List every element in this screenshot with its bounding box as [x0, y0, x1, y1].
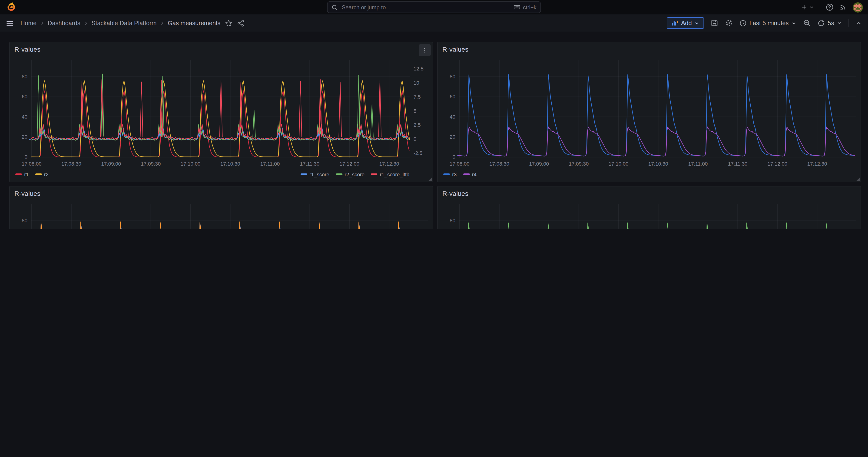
series-color-swatch [336, 174, 342, 175]
chevron-down-icon [809, 5, 814, 10]
breadcrumb: HomeDashboardsStackable Data PlatformGas… [21, 20, 220, 27]
legend-item-r4[interactable]: r4 [463, 172, 477, 177]
svg-text:-2.5: -2.5 [413, 150, 423, 156]
search-shortcut: ctrl+k [514, 4, 536, 11]
svg-text:20: 20 [450, 134, 455, 140]
legend-item-r2[interactable]: r2 [35, 172, 49, 177]
legend-item-r1[interactable]: r1 [16, 172, 29, 177]
dashboard-panel: R-values 17:08:0017:08:3017:09:0017:09:3… [9, 42, 433, 182]
legend-label: r2_score [344, 172, 365, 177]
legend: r3r4 [443, 172, 476, 177]
svg-text:80: 80 [22, 218, 27, 223]
panel-title: R-values [14, 190, 40, 197]
chevron-down-icon [837, 21, 842, 26]
svg-text:12.5: 12.5 [413, 66, 424, 72]
share-icon[interactable] [237, 19, 245, 27]
save-icon[interactable] [710, 19, 718, 27]
divider [820, 3, 820, 11]
dashboard-panel: R-values 17:08:0017:08:3017:09:0017:09:3… [9, 186, 433, 228]
svg-text:17:11:00: 17:11:00 [260, 161, 280, 167]
svg-text:5: 5 [413, 108, 416, 114]
chevron-down-icon [694, 21, 699, 26]
panel-title: R-values [442, 190, 468, 197]
clock-icon [739, 19, 747, 27]
svg-text:40: 40 [22, 114, 27, 120]
svg-text:60: 60 [450, 94, 455, 99]
refresh-icon [817, 19, 825, 27]
grafana-logo-icon[interactable] [6, 2, 16, 12]
chevron-right-icon [159, 20, 165, 26]
menu-icon[interactable] [6, 19, 14, 27]
svg-text:0: 0 [25, 154, 27, 160]
dashboard-panel: R-values 17:08:0017:08:3017:09:0017:09:3… [437, 186, 861, 228]
add-button[interactable]: Add [667, 17, 704, 29]
svg-text:0: 0 [413, 136, 416, 142]
help-icon[interactable] [826, 3, 834, 11]
gear-icon[interactable] [725, 19, 733, 27]
time-series-chart: 17:08:0017:08:3017:09:0017:09:3017:10:00… [438, 42, 861, 182]
breadcrumb-item[interactable]: Home [21, 20, 36, 27]
global-search[interactable]: ctrl+k [327, 1, 541, 13]
svg-text:17:09:30: 17:09:30 [569, 161, 589, 167]
star-icon[interactable] [225, 19, 232, 27]
divider [848, 19, 849, 27]
breadcrumb-item[interactable]: Stackable Data Platform [91, 20, 156, 27]
svg-text:17:12:00: 17:12:00 [339, 161, 360, 167]
avatar[interactable] [852, 2, 863, 12]
zoom-out-icon[interactable] [803, 19, 811, 27]
rss-icon[interactable] [839, 3, 847, 11]
dashboard-panel: R-values 17:08:0017:08:3017:09:0017:09:3… [437, 42, 861, 182]
panel-add-icon [671, 20, 679, 26]
time-series-chart: 17:08:0017:08:3017:09:0017:09:3017:10:00… [10, 186, 433, 228]
series-color-swatch [371, 174, 377, 175]
legend: r1_scorer2_scorer1_score_lttb [301, 172, 409, 177]
svg-text:17:12:00: 17:12:00 [768, 161, 787, 167]
search-icon [331, 4, 338, 10]
toolbar-actions: Add Last 5 minutes [667, 17, 862, 29]
legend-label: r1_score [309, 172, 330, 177]
svg-text:17:10:30: 17:10:30 [648, 161, 668, 167]
dashboard-toolbar: HomeDashboardsStackable Data PlatformGas… [0, 14, 868, 32]
svg-text:17:10:30: 17:10:30 [220, 161, 240, 167]
svg-text:17:09:30: 17:09:30 [141, 161, 161, 167]
resize-handle[interactable] [428, 178, 432, 181]
series-color-swatch [463, 174, 470, 175]
chevron-right-icon [83, 20, 89, 26]
svg-text:0: 0 [453, 154, 455, 160]
svg-text:40: 40 [450, 114, 455, 120]
resize-handle[interactable] [857, 178, 860, 181]
series-color-swatch [301, 174, 307, 175]
series-color-swatch [443, 174, 450, 175]
svg-text:80: 80 [22, 74, 27, 80]
new-button[interactable] [801, 4, 814, 11]
chevron-down-icon [792, 21, 797, 26]
svg-text:20: 20 [22, 134, 27, 140]
search-input[interactable] [341, 3, 510, 11]
legend-item-r3[interactable]: r3 [443, 172, 457, 177]
grafana-app: ctrl+k HomeDashboardsStackable Data Pla [0, 0, 868, 228]
refresh-picker[interactable]: 5s [817, 19, 842, 27]
keyboard-icon [514, 4, 521, 11]
svg-text:17:08:00: 17:08:00 [450, 161, 470, 167]
svg-text:17:12:30: 17:12:30 [379, 161, 399, 167]
svg-text:17:11:00: 17:11:00 [688, 161, 708, 167]
time-range-picker[interactable]: Last 5 minutes [739, 19, 797, 27]
legend-item-r2_score[interactable]: r2_score [336, 172, 365, 177]
top-bar: ctrl+k [0, 0, 868, 14]
legend: r1r2 [16, 172, 49, 177]
time-series-chart: 17:08:0017:08:3017:09:0017:09:3017:10:00… [438, 186, 861, 228]
kebab-menu-icon[interactable] [418, 44, 431, 56]
breadcrumb-item[interactable]: Dashboards [48, 20, 80, 27]
legend-item-r1_score_lttb[interactable]: r1_score_lttb [371, 172, 409, 177]
legend-item-r1_score[interactable]: r1_score [301, 172, 330, 177]
svg-text:7.5: 7.5 [413, 94, 421, 100]
svg-text:17:09:00: 17:09:00 [101, 161, 121, 167]
chevron-up-icon[interactable] [856, 20, 862, 26]
svg-text:17:08:30: 17:08:30 [61, 161, 81, 167]
svg-text:10: 10 [413, 80, 419, 86]
legend-label: r4 [472, 172, 477, 177]
panel-title: R-values [442, 45, 468, 53]
breadcrumb-item[interactable]: Gas measurements [168, 20, 221, 27]
svg-text:17:09:00: 17:09:00 [529, 161, 549, 167]
legend-label: r2 [44, 172, 49, 177]
